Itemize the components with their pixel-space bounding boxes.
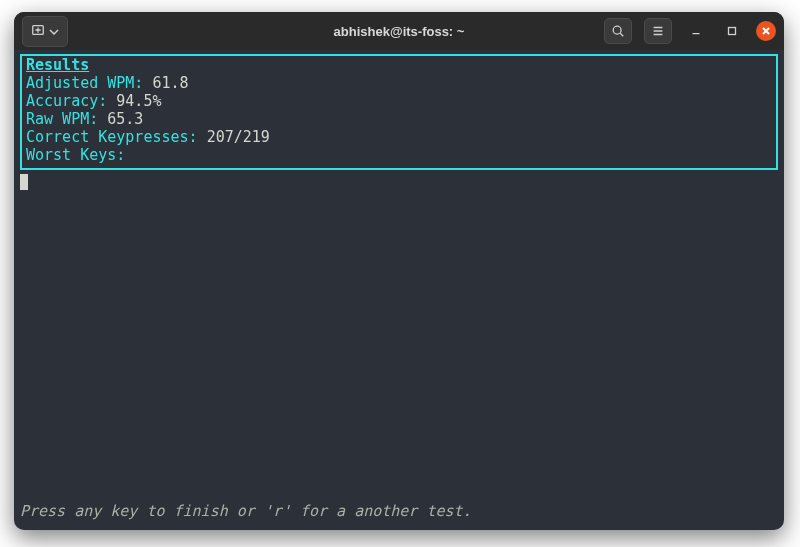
svg-rect-9 [729, 28, 736, 35]
label-adjusted-wpm: Adjusted WPM: [26, 74, 152, 92]
terminal-body[interactable]: Results Adjusted WPM: 61.8 Accuracy: 94.… [14, 50, 784, 530]
titlebar-right [604, 18, 776, 44]
minimize-icon [689, 24, 703, 38]
maximize-button[interactable] [720, 19, 744, 43]
label-raw-wpm: Raw WPM: [26, 110, 107, 128]
maximize-icon [725, 24, 739, 38]
results-heading: Results [26, 56, 772, 74]
hamburger-icon [651, 24, 665, 38]
titlebar-left [22, 16, 68, 47]
label-worst-keys: Worst Keys: [26, 146, 125, 164]
search-button[interactable] [604, 18, 632, 44]
chevron-down-icon [49, 22, 59, 41]
terminal-cursor [20, 174, 28, 190]
result-accuracy: Accuracy: 94.5% [26, 92, 772, 110]
result-adjusted-wpm: Adjusted WPM: 61.8 [26, 74, 772, 92]
svg-point-3 [613, 26, 621, 34]
new-tab-icon [31, 22, 45, 41]
value-raw-wpm: 65.3 [107, 110, 143, 128]
label-accuracy: Accuracy: [26, 92, 116, 110]
close-icon [761, 26, 771, 36]
results-box: Results Adjusted WPM: 61.8 Accuracy: 94.… [20, 54, 778, 170]
label-correct-keypresses: Correct Keypresses: [26, 128, 207, 146]
value-correct-keypresses: 207/219 [207, 128, 270, 146]
minimize-button[interactable] [684, 19, 708, 43]
footer-hint: Press any key to finish or 'r' for a ano… [20, 502, 472, 520]
new-tab-button[interactable] [22, 16, 68, 47]
titlebar: abhishek@its-foss: ~ [14, 12, 784, 50]
result-correct-keypresses: Correct Keypresses: 207/219 [26, 128, 772, 146]
search-icon [611, 24, 625, 38]
menu-button[interactable] [644, 18, 672, 44]
result-raw-wpm: Raw WPM: 65.3 [26, 110, 772, 128]
window-title: abhishek@its-foss: ~ [334, 24, 465, 39]
close-button[interactable] [756, 21, 776, 41]
value-accuracy: 94.5% [116, 92, 161, 110]
terminal-window: abhishek@its-foss: ~ Results Adjusted WP… [14, 12, 784, 530]
svg-line-4 [620, 33, 623, 36]
result-worst-keys: Worst Keys: [26, 146, 772, 164]
value-adjusted-wpm: 61.8 [152, 74, 188, 92]
